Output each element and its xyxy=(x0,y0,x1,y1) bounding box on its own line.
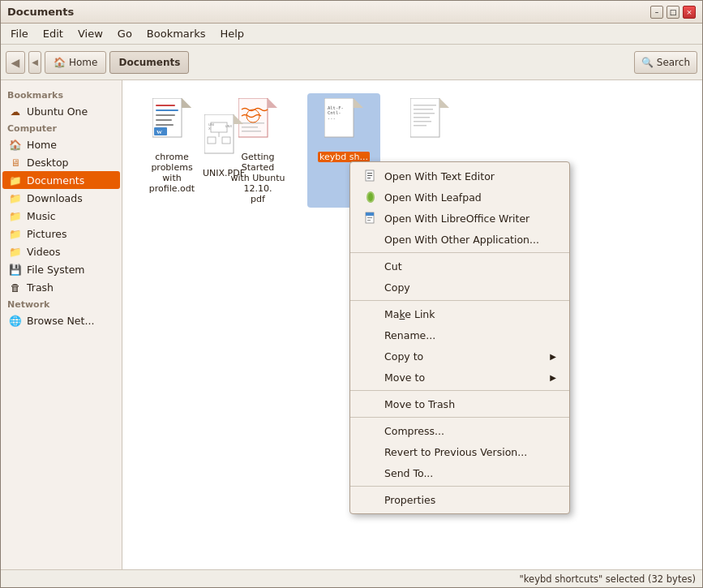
svg-marker-11 xyxy=(268,98,277,108)
menu-help[interactable]: Help xyxy=(213,26,251,41)
ctx-separator-4 xyxy=(350,417,569,418)
svg-rect-3 xyxy=(156,109,178,111)
minimize-button[interactable]: – xyxy=(650,6,663,19)
ctx-open-libreoffice[interactable]: Open With LibreOffice Writer xyxy=(350,208,569,229)
ctx-move-to[interactable]: Move to ▶ xyxy=(350,367,569,388)
rename-icon xyxy=(363,328,378,342)
move-to-trash-icon xyxy=(363,397,378,411)
ctx-move-to-trash-label: Move to Trash xyxy=(384,398,455,410)
copy-to-arrow: ▶ xyxy=(550,352,556,361)
ctx-rename-label: Rename... xyxy=(384,329,435,341)
menu-go[interactable]: Go xyxy=(111,26,139,41)
sidebar-item-downloads[interactable]: 📁 Downloads xyxy=(2,189,120,207)
ctx-open-libreoffice-label: Open With LibreOffice Writer xyxy=(384,212,529,225)
network-header: Network xyxy=(1,296,122,311)
ctx-copy-to[interactable]: Copy to ▶ xyxy=(350,346,569,367)
main-window: Documents – □ × File Edit View Go Bookma… xyxy=(0,0,703,588)
ctx-open-other-label: Open With Other Application... xyxy=(384,234,539,246)
cut-icon xyxy=(363,259,378,273)
ctx-send-to[interactable]: Send To... xyxy=(350,462,569,483)
ctx-open-other[interactable]: Open With Other Application... xyxy=(350,229,569,250)
sidebar-item-pictures[interactable]: 📁 Pictures xyxy=(2,225,120,242)
ctx-cut[interactable]: Cut xyxy=(350,255,569,277)
svg-text:...: ... xyxy=(328,115,336,120)
svg-marker-30 xyxy=(234,114,243,124)
file-label-unix-pdf: UNIX.PDF xyxy=(203,168,245,178)
revert-icon xyxy=(363,444,378,459)
svg-rect-41 xyxy=(367,178,371,178)
search-button[interactable]: 🔍 Search xyxy=(634,51,697,74)
sidebar-item-videos-label: Videos xyxy=(27,246,61,258)
downloads-sidebar-icon: 📁 xyxy=(9,191,22,204)
ctx-move-to-trash[interactable]: Move to Trash xyxy=(350,393,569,414)
ctx-compress[interactable]: Compress... xyxy=(350,420,569,441)
trash-sidebar-icon: 🗑 xyxy=(9,281,22,294)
sidebar-item-videos[interactable]: 📁 Videos xyxy=(2,242,120,260)
sidebar-item-filesystem[interactable]: 💾 File System xyxy=(2,260,120,278)
svg-rect-23 xyxy=(414,105,436,106)
sidebar-item-home-label: Home xyxy=(27,139,57,151)
sidebar-item-trash[interactable]: 🗑 Trash xyxy=(2,278,120,296)
file-icon-odt: W xyxy=(146,97,198,148)
ctx-open-leafpad[interactable]: Open With Leafpad xyxy=(350,187,569,208)
sidebar-item-downloads-label: Downloads xyxy=(27,192,83,204)
svg-rect-39 xyxy=(367,173,372,174)
ctx-separator-5 xyxy=(350,486,569,487)
sidebar-item-home[interactable]: 🏠 Home xyxy=(2,135,120,153)
menu-bookmarks[interactable]: Bookmarks xyxy=(140,26,212,41)
svg-marker-22 xyxy=(439,98,449,108)
context-menu: Open With Text Editor Open With Leafpad xyxy=(349,161,570,514)
ctx-copy-to-label: Copy to xyxy=(384,350,423,363)
svg-text:W: W xyxy=(156,129,162,135)
menu-file[interactable]: File xyxy=(4,26,35,41)
svg-rect-4 xyxy=(156,105,175,106)
sidebar-item-desktop[interactable]: 🖥 Desktop xyxy=(2,153,120,171)
open-other-icon xyxy=(363,232,378,247)
desktop-sidebar-icon: 🖥 xyxy=(9,156,22,169)
documents-button[interactable]: Documents xyxy=(109,51,189,74)
videos-sidebar-icon: 📁 xyxy=(9,245,22,258)
ctx-make-link[interactable]: Make Link xyxy=(350,303,569,324)
properties-icon xyxy=(363,492,378,507)
svg-rect-7 xyxy=(156,124,174,126)
documents-label: Documents xyxy=(118,57,180,68)
sidebar-item-browse-network[interactable]: 🌐 Browse Net... xyxy=(2,311,120,329)
compress-icon xyxy=(363,423,378,438)
ctx-separator-2 xyxy=(350,300,569,301)
menu-view[interactable]: View xyxy=(71,26,109,41)
ctx-compress-label: Compress... xyxy=(384,425,444,437)
file-icon-keybd: Alt-F- Cntl- ... xyxy=(318,97,370,148)
filesystem-sidebar-icon: 💾 xyxy=(9,263,22,276)
file-area[interactable]: W chrome problemswith profile.odt xyxy=(122,80,702,569)
home-label: Home xyxy=(69,57,97,68)
ctx-rename[interactable]: Rename... xyxy=(350,324,569,346)
ctx-properties[interactable]: Properties xyxy=(350,489,569,510)
ctx-send-to-label: Send To... xyxy=(384,467,433,479)
maximize-button[interactable]: □ xyxy=(667,6,679,19)
svg-rect-45 xyxy=(366,212,374,216)
file-item-unix-pdf[interactable]: UNI X UNX UNIX.PDF xyxy=(187,109,260,208)
sidebar-item-ubuntu-one[interactable]: ☁ Ubuntu One xyxy=(2,102,120,120)
pictures-sidebar-icon: 📁 xyxy=(9,227,22,240)
text-editor-icon xyxy=(363,169,378,183)
back-button[interactable]: ◀ xyxy=(6,51,25,74)
sidebar-item-music[interactable]: 📁 Music xyxy=(2,207,120,225)
home-button[interactable]: 🏠 Home xyxy=(45,51,106,74)
send-to-icon xyxy=(363,466,378,480)
close-button[interactable]: × xyxy=(683,6,696,19)
ctx-properties-label: Properties xyxy=(384,494,435,506)
ctx-open-text-editor[interactable]: Open With Text Editor xyxy=(350,165,569,187)
search-icon: 🔍 xyxy=(641,57,654,68)
music-sidebar-icon: 📁 xyxy=(9,209,22,222)
menu-bar: File Edit View Go Bookmarks Help xyxy=(1,24,702,45)
sidebar-item-pictures-label: Pictures xyxy=(27,228,67,240)
ctx-revert[interactable]: Revert to Previous Version... xyxy=(350,441,569,462)
sidebar-item-documents[interactable]: 📁 Documents xyxy=(2,171,120,189)
menu-edit[interactable]: Edit xyxy=(36,26,70,41)
ctx-copy[interactable]: Copy xyxy=(350,277,569,298)
copy-icon xyxy=(363,280,378,294)
sidebar-item-browse-network-label: Browse Net... xyxy=(27,315,94,327)
toggle-button[interactable]: ◀ xyxy=(28,51,41,74)
bookmarks-header: Bookmarks xyxy=(1,87,122,102)
status-text: "keybd shortcuts" selected (32 bytes) xyxy=(520,573,696,585)
